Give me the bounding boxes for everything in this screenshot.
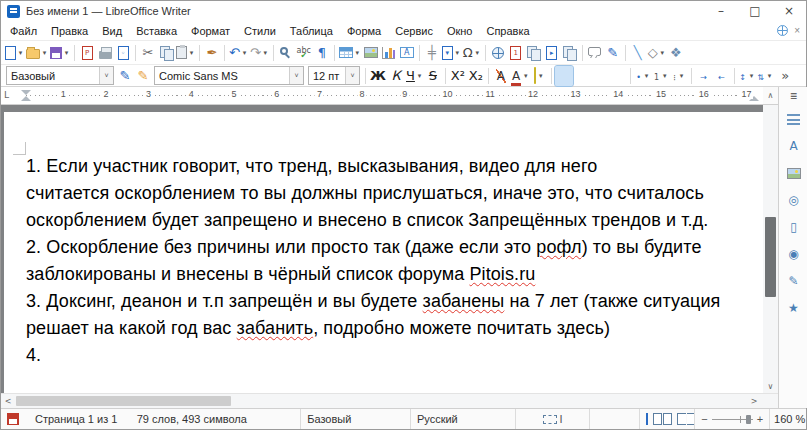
print-button[interactable] bbox=[96, 43, 114, 63]
sidebar-tab-gallery[interactable] bbox=[783, 163, 805, 183]
zoom-level[interactable]: 160 % bbox=[769, 409, 806, 429]
left-indent-marker[interactable] bbox=[21, 96, 31, 101]
scroll-right-button[interactable]: > bbox=[747, 394, 761, 408]
export-pdf-button[interactable]: P bbox=[78, 43, 96, 63]
sidebar-tab-styles[interactable]: A bbox=[783, 136, 805, 156]
superscript-button[interactable]: X² bbox=[449, 66, 467, 86]
line-spacing-button[interactable]: ↕▾ bbox=[738, 66, 756, 86]
insert-table-button[interactable]: ▾ bbox=[338, 43, 362, 63]
dropdown-arrow-icon[interactable]: ▾ bbox=[474, 49, 481, 57]
selection-mode[interactable]: I bbox=[515, 409, 590, 429]
close-button[interactable]: × bbox=[772, 1, 806, 21]
sidebar-menu-button[interactable]: ≡ bbox=[778, 87, 807, 105]
document-text[interactable]: 1. Если участник говорит, что тренд, выс… bbox=[26, 153, 751, 369]
zoom-slider-thumb[interactable] bbox=[746, 415, 751, 424]
dropdown-arrow-icon[interactable]: ▾ bbox=[416, 72, 423, 80]
menu-Справка[interactable]: Справка bbox=[479, 23, 536, 39]
redo-button[interactable]: ↷▾ bbox=[249, 43, 270, 63]
align-right-button[interactable] bbox=[591, 66, 609, 86]
track-changes-button[interactable]: ✎ bbox=[604, 43, 622, 63]
zoom-out-button[interactable]: − bbox=[701, 413, 707, 425]
menu-Сервис[interactable]: Сервис bbox=[388, 23, 440, 39]
undo-button[interactable]: ↶▾ bbox=[228, 43, 249, 63]
save-button[interactable]: ▾ bbox=[49, 43, 71, 63]
outline-list-button[interactable]: ⁝▾ bbox=[670, 66, 688, 86]
insert-field-button[interactable]: ▾▾ bbox=[441, 43, 462, 63]
menu-Файл[interactable]: Файл bbox=[3, 23, 44, 39]
chevron-down-icon[interactable]: ˅ bbox=[345, 67, 359, 84]
insert-endnote-button[interactable] bbox=[525, 43, 543, 63]
zoom-slider-track[interactable] bbox=[712, 419, 753, 420]
sidebar-tab-style-inspector[interactable]: ★ bbox=[783, 298, 805, 318]
horizontal-scrollbar[interactable]: < > bbox=[1, 393, 763, 408]
horizontal-ruler[interactable]: L 1234567891011121314151617 bbox=[1, 87, 763, 105]
document-area[interactable]: 1. Если участник говорит, что тренд, выс… bbox=[1, 105, 763, 393]
insert-line-button[interactable]: ╲ bbox=[629, 43, 647, 63]
menu-Формат[interactable]: Формат bbox=[184, 23, 237, 39]
sidebar-tab-navigator[interactable]: ◎ bbox=[783, 190, 805, 210]
font-color-button[interactable]: A▾ bbox=[510, 66, 530, 86]
decrease-indent-button[interactable]: ← bbox=[713, 66, 731, 86]
page-count[interactable]: Страница 1 из 1 bbox=[29, 409, 131, 429]
numbered-list-button[interactable]: 1▾ bbox=[652, 66, 670, 86]
single-page-view-button[interactable] bbox=[646, 413, 648, 425]
menu-Вставка[interactable]: Вставка bbox=[129, 23, 184, 39]
font-size-combo[interactable]: 12 пт˅ bbox=[308, 66, 360, 85]
vertical-scrollbar-thumb[interactable] bbox=[765, 217, 776, 297]
scroll-down-button[interactable]: ∨ bbox=[763, 379, 778, 393]
insert-special-character-button[interactable]: Ω▾ bbox=[462, 43, 482, 63]
italic-button[interactable]: К bbox=[387, 66, 405, 86]
increase-indent-button[interactable]: → bbox=[695, 66, 713, 86]
strikethrough-button[interactable]: S bbox=[424, 66, 442, 86]
zoom-slider[interactable]: − + bbox=[694, 409, 769, 429]
show-draw-functions-button[interactable]: ❖ bbox=[667, 43, 685, 63]
dropdown-arrow-icon[interactable]: ▾ bbox=[678, 72, 685, 80]
paragraph-style-combo[interactable]: Базовый˅ bbox=[6, 66, 114, 85]
dropdown-arrow-icon[interactable]: ▾ bbox=[63, 49, 70, 57]
text-language[interactable]: Русский bbox=[410, 409, 515, 429]
scroll-up-button[interactable]: ∧ bbox=[763, 87, 778, 105]
align-center-button[interactable] bbox=[573, 66, 591, 86]
spellcheck-button[interactable]: abc✔ bbox=[295, 43, 313, 63]
document-modified-icon[interactable] bbox=[1, 409, 29, 429]
font-name-combo[interactable]: Comic Sans MS˅ bbox=[154, 66, 304, 85]
menu-Вид[interactable]: Вид bbox=[95, 23, 129, 39]
basic-shapes-button[interactable]: ◇▾ bbox=[647, 43, 667, 63]
insert-cross-reference-button[interactable] bbox=[561, 43, 579, 63]
dropdown-arrow-icon[interactable]: ▾ bbox=[454, 49, 461, 57]
dropdown-arrow-icon[interactable]: ▾ bbox=[661, 72, 668, 80]
toolbar-overflow-button[interactable]: » bbox=[776, 66, 794, 86]
chevron-down-icon[interactable]: ˅ bbox=[289, 67, 303, 84]
paste-button[interactable]: ▾ bbox=[175, 43, 196, 63]
vertical-scrollbar[interactable]: ∨ bbox=[763, 105, 778, 393]
menu-Окно[interactable]: Окно bbox=[440, 23, 480, 39]
insert-bookmark-button[interactable]: ▸ bbox=[543, 43, 561, 63]
signature-area[interactable] bbox=[589, 409, 639, 429]
tab-stop-selector[interactable]: L bbox=[4, 90, 9, 100]
insert-image-button[interactable] bbox=[362, 43, 380, 63]
minimize-button[interactable]: – bbox=[704, 1, 738, 21]
word-count[interactable]: 79 слов, 493 символа bbox=[131, 409, 301, 429]
dropdown-arrow-icon[interactable]: ▾ bbox=[537, 72, 544, 80]
dropdown-arrow-icon[interactable]: ▾ bbox=[188, 49, 195, 57]
menu-Стили[interactable]: Стили bbox=[237, 23, 283, 39]
find-replace-button[interactable] bbox=[277, 43, 295, 63]
menu-Форма[interactable]: Форма bbox=[340, 23, 388, 39]
menu-Таблица[interactable]: Таблица bbox=[283, 23, 340, 39]
dropdown-arrow-icon[interactable]: ▾ bbox=[748, 72, 755, 80]
zoom-in-button[interactable]: + bbox=[757, 413, 763, 425]
insert-comment-button[interactable] bbox=[586, 43, 604, 63]
sidebar-tab-manage-changes[interactable]: ✎ bbox=[783, 271, 805, 291]
dropdown-arrow-icon[interactable]: ▾ bbox=[17, 49, 24, 57]
close-document-icon[interactable]: × bbox=[794, 25, 800, 36]
cut-button[interactable]: ✂ bbox=[139, 43, 157, 63]
page-style[interactable]: Базовый bbox=[300, 409, 410, 429]
insert-textbox-button[interactable]: A bbox=[398, 43, 416, 63]
dropdown-arrow-icon[interactable]: ▾ bbox=[262, 49, 269, 57]
document-page[interactable]: 1. Если участник говорит, что тренд, выс… bbox=[4, 112, 763, 393]
underline-button[interactable]: Ч▾ bbox=[405, 66, 424, 86]
dropdown-arrow-icon[interactable]: ▾ bbox=[354, 49, 361, 57]
new-document-button[interactable]: ▾ bbox=[4, 43, 25, 63]
paragraph-spacing-button[interactable]: ⇅▾ bbox=[756, 66, 774, 86]
new-style-button[interactable]: ✎ bbox=[134, 66, 152, 86]
